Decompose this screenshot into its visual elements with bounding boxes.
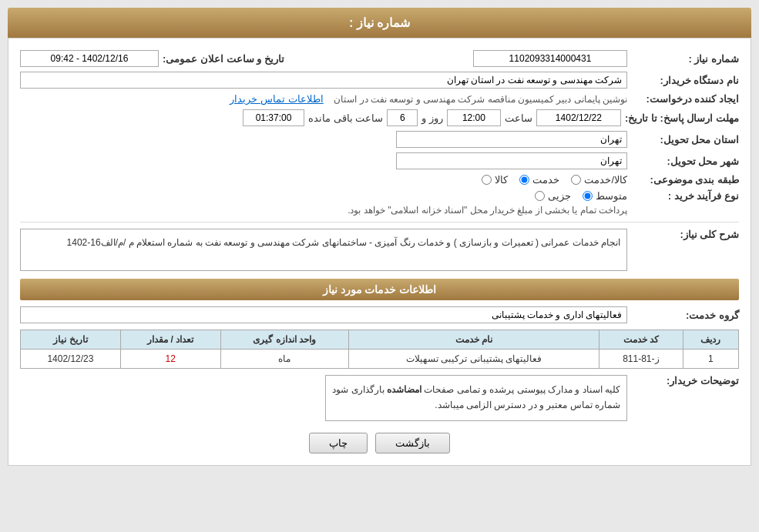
announce-input[interactable] [20, 50, 159, 67]
announce-label: تاریخ و ساعت اعلان عمومی: [163, 53, 284, 65]
purchase-type-label: نوع فرآیند خرید : [631, 190, 739, 202]
city-label: شهر محل تحویل: [631, 156, 739, 167]
description-box: انجام خدمات عمرانی ( تعمیرات و بازسازی )… [20, 229, 627, 271]
category-option-kala[interactable]: کالا [482, 174, 508, 186]
buyer-notes-highlight: امضاشده [387, 384, 421, 395]
deadline-days-label: روز و [421, 112, 443, 124]
col-row: ردیف [683, 330, 738, 350]
buyer-notes-text1: کلیه اسناد و مدارک پیوستی پرشده و تمامی … [421, 384, 620, 395]
table-row: 1 ز-81-811 فعالیتهای پشتیبانی ترکیبی تسه… [21, 350, 739, 369]
category-khedmat-label: خدمت [532, 174, 559, 186]
deadline-days-input[interactable] [387, 109, 418, 126]
services-section-title: اطلاعات خدمات مورد نیاز [20, 279, 739, 300]
category-radio-group: کالا خدمت کالا/خدمت [482, 174, 627, 186]
purchase-type-motevaset[interactable]: متوسط [583, 190, 627, 202]
buyer-name-label: نام دستگاه خریدار: [631, 75, 739, 86]
cell-row: 1 [683, 350, 738, 369]
purchase-type-note: پرداخت تمام یا بخشی از مبلغ خریدار محل "… [348, 203, 627, 217]
deadline-label: مهلت ارسال پاسخ: تا تاریخ: [625, 112, 739, 124]
need-number-input[interactable] [473, 50, 627, 67]
service-group-input[interactable] [20, 306, 627, 323]
creator-contact-link[interactable]: اطلاعات تماس خریدار [230, 93, 323, 105]
category-option-kala-khedmat[interactable]: کالا/خدمت [571, 174, 627, 186]
buyer-notes-text1-cont: بارگذاری شود [332, 384, 387, 395]
page-header: شماره نیاز : [8, 8, 751, 38]
col-date: تاریخ نیاز [21, 330, 121, 350]
col-name: نام خدمت [348, 330, 599, 350]
services-table: ردیف کد خدمت نام خدمت واحد اندازه گیری ت… [20, 330, 739, 369]
cell-quantity: 12 [120, 350, 220, 369]
city-input[interactable] [396, 152, 627, 169]
deadline-time-label: ساعت [505, 112, 532, 124]
col-code: کد خدمت [599, 330, 683, 350]
cell-name: فعالیتهای پشتیبانی ترکیبی تسهیلات [348, 350, 599, 369]
print-button[interactable]: چاپ [309, 433, 368, 453]
purchase-motevaset-label: متوسط [596, 190, 627, 202]
province-label: استان محل تحویل: [631, 134, 739, 146]
back-button[interactable]: بازگشت [375, 433, 450, 453]
cell-unit: ماه [220, 350, 348, 369]
category-option-khedmat[interactable]: خدمت [519, 174, 559, 186]
buyer-notes-box: کلیه اسناد و مدارک پیوستی پرشده و تمامی … [325, 375, 627, 421]
purchase-type-radio-group: جزیی متوسط [535, 190, 627, 202]
buttons-row: بازگشت چاپ [20, 433, 739, 453]
cell-date: 1402/12/23 [21, 350, 121, 369]
category-kala-label: کالا [495, 174, 508, 186]
category-label: طبقه بندی موضوعی: [631, 174, 739, 186]
description-label: شرح کلی نیاز: [631, 229, 739, 240]
buyer-notes-label: توضیحات خریدار: [631, 375, 739, 386]
service-group-label: گروه خدمت: [631, 309, 739, 321]
need-number-label: شماره نیاز : [631, 53, 739, 65]
buyer-notes-line1: کلیه اسناد و مدارک پیوستی پرشده و تمامی … [332, 382, 620, 397]
buyer-notes-line2: شماره تماس معتبر و در دسترس الزامی میباش… [332, 397, 620, 413]
category-kala-khedmat-label: کالا/خدمت [584, 174, 627, 186]
purchase-jozi-label: جزیی [548, 190, 571, 202]
creator-label: ایجاد کننده درخواست: [631, 93, 739, 105]
creator-value: نوشین پایمانی دبیر کمیسیون مناقصه شرکت م… [334, 94, 627, 105]
col-quantity: تعداد / مقدار [120, 330, 220, 350]
buyer-notes-text2: شماره تماس معتبر و در دسترس الزامی میباش… [435, 400, 620, 410]
deadline-date-input[interactable] [536, 109, 621, 126]
province-input[interactable] [396, 131, 627, 148]
deadline-remaining-input[interactable] [243, 109, 304, 126]
col-unit: واحد اندازه گیری [220, 330, 348, 350]
purchase-type-jozi[interactable]: جزیی [535, 190, 571, 202]
buyer-name-input[interactable] [20, 72, 627, 89]
deadline-remaining-label: ساعت باقی مانده [308, 112, 383, 124]
deadline-time-input[interactable] [447, 109, 501, 126]
description-text: انجام خدمات عمرانی ( تعمیرات و بازسازی )… [67, 237, 620, 248]
cell-code: ز-81-811 [599, 350, 683, 369]
